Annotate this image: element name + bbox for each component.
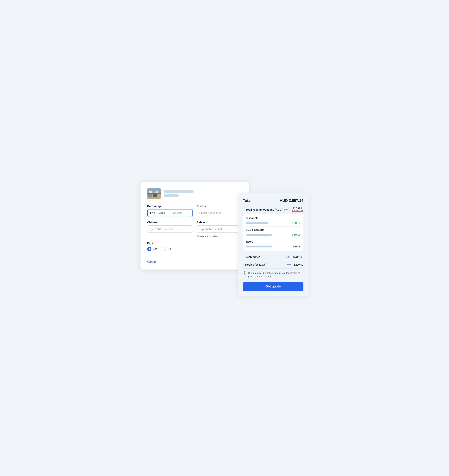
taxes-bar-row: $50.08 (246, 245, 300, 248)
info-icon: i (243, 271, 246, 275)
discounts-bar (246, 222, 268, 224)
chevron-down-icon: ⌄ (243, 208, 245, 211)
babies-label: Babies (196, 221, 242, 224)
total-label: Total (243, 198, 252, 203)
service-right: Edit $200.00 (287, 263, 303, 266)
pets-no-radio[interactable] (162, 247, 166, 251)
discounts-row: Discounts (246, 217, 300, 220)
discounts-bar-row: - $ 60.12 (246, 221, 300, 224)
cleaning-row: › Cleaning fee Edit $ 411.00 (243, 253, 303, 261)
taxes-label-row: Taxes (246, 240, 300, 243)
date-start-value: Feb 2, 2021 (150, 211, 167, 215)
accommodation-prices: $ 2,763.00 $ 3000.00 (291, 206, 303, 213)
los-bar-row: - $ 50.08 (246, 233, 300, 236)
cleaning-right: Edit $ 411.00 (286, 255, 303, 258)
discounts-label: Discounts (246, 217, 258, 220)
pets-yes-radio[interactable] (147, 247, 151, 251)
service-value: $200.00 (294, 263, 303, 266)
accommodation-label: ⌄ Total accommodations (AUD) (243, 208, 282, 211)
cleaning-edit-link[interactable]: Edit (286, 255, 290, 258)
card-footer: Cancel (147, 256, 242, 264)
property-name-skeleton (164, 190, 194, 193)
taxes-bar (246, 246, 272, 247)
svg-rect-3 (153, 194, 157, 197)
service-left: › Service fee (10%) (243, 263, 266, 266)
taxes-label: Taxes (246, 240, 253, 243)
date-guests-row: Date range Feb 2, 2021 End date ✕ Guests… (147, 204, 242, 217)
pets-no-option[interactable]: No (162, 247, 171, 251)
discounts-value: - $ 60.12 (290, 221, 300, 224)
service-row: › Service fee (10%) Edit $200.00 (243, 261, 303, 269)
price-header: Total AUD 3,557.14 (243, 198, 303, 203)
chevron-right-service-icon: › (243, 263, 244, 266)
accommodation-edit-link[interactable]: Edit (284, 208, 288, 211)
cancel-button[interactable]: Cancel (147, 260, 157, 264)
info-note: i The guest will be asked for a pre auth… (243, 271, 303, 279)
total-value: AUD 3,557.14 (280, 198, 303, 203)
pets-no-label: No (167, 247, 171, 250)
svg-rect-6 (153, 192, 156, 193)
babies-group: Babies Babies are not allow... (196, 221, 242, 238)
guests-select[interactable]: Select guest count (196, 209, 242, 216)
property-image (147, 188, 161, 199)
service-label: Service fee (10%) (245, 263, 266, 266)
pets-options: Yes No (147, 247, 242, 251)
accommodation-price: $ 2,763.00 (291, 206, 303, 209)
guests-label: Guests (196, 204, 242, 208)
date-range-label: Date range (147, 204, 193, 208)
babies-input[interactable] (196, 225, 242, 233)
babies-note: Babies are not allow... (196, 235, 242, 238)
los-bar (246, 234, 272, 236)
svg-rect-4 (149, 191, 152, 193)
property-header (147, 188, 242, 199)
cleaning-value: $ 411.00 (293, 255, 303, 258)
los-label: LOS discounts (246, 228, 264, 231)
pets-yes-label: Yes (153, 247, 157, 250)
price-sub-section: Discounts - $ 60.12 LOS discounts - $ 50… (243, 214, 303, 251)
accommodation-section: ⌄ Total accommodations (AUD) Edit $ 2,76… (243, 206, 303, 251)
accommodation-right: Edit $ 2,763.00 $ 3000.00 (284, 206, 303, 213)
property-info (164, 190, 194, 197)
children-label: Children (147, 221, 193, 224)
svg-rect-5 (156, 191, 158, 193)
booking-card: Date range Feb 2, 2021 End date ✕ Guests… (140, 182, 249, 270)
guests-group: Guests Select guest count (196, 204, 242, 217)
cleaning-left: › Cleaning fee (243, 255, 260, 258)
children-babies-row: Children Babies Babies are not allow... (147, 221, 242, 238)
cleaning-label: Cleaning fee (245, 255, 260, 258)
clear-date-button[interactable]: ✕ (187, 211, 190, 215)
info-note-text: The guest will be asked for a pre author… (248, 271, 303, 279)
date-end-placeholder: End date (168, 211, 185, 215)
property-detail-skeleton (164, 194, 179, 197)
date-range-group: Date range Feb 2, 2021 End date ✕ (147, 204, 193, 217)
get-quote-button[interactable]: Get quote (243, 282, 303, 291)
los-value: - $ 50.08 (290, 233, 300, 236)
accommodation-header: ⌄ Total accommodations (AUD) Edit $ 2,76… (243, 206, 303, 213)
price-panel: Total AUD 3,557.14 ⌄ Total accommodation… (238, 193, 309, 296)
taxes-value: $50.08 (292, 245, 300, 248)
los-label-row: LOS discounts (246, 228, 300, 231)
service-edit-link[interactable]: Edit (287, 263, 291, 266)
chevron-right-cleaning-icon: › (243, 256, 244, 258)
pets-section: Pets Yes No (147, 241, 242, 251)
children-group: Children (147, 221, 193, 238)
date-input[interactable]: Feb 2, 2021 End date ✕ (147, 209, 193, 217)
svg-rect-7 (147, 193, 161, 194)
accommodation-original-price: $ 3000.00 (292, 210, 303, 213)
children-input[interactable] (147, 225, 193, 233)
pets-label: Pets (147, 241, 242, 245)
divider-2 (246, 238, 300, 238)
pets-yes-option[interactable]: Yes (147, 247, 157, 251)
svg-rect-2 (148, 194, 152, 197)
